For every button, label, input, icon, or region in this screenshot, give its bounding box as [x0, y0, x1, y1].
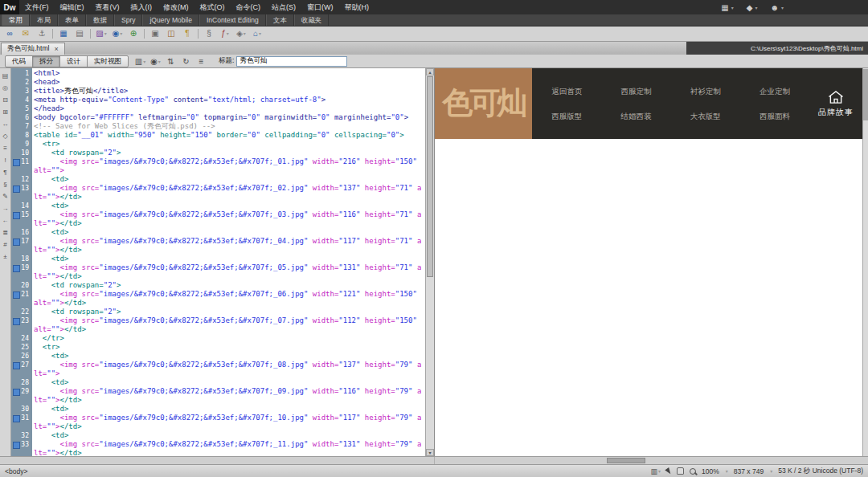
code-line[interactable]: 10 <td rowspan="2"> [11, 149, 425, 157]
close-icon[interactable]: × [54, 45, 58, 53]
code-line[interactable]: 5</head> [11, 104, 425, 113]
menu-item[interactable]: 插入(I) [125, 0, 158, 14]
format-source-code-icon[interactable]: ≣ [1, 227, 10, 238]
menu-item[interactable]: 格式(O) [194, 0, 231, 14]
code-line[interactable]: 8<table id="__01" width="950" height="15… [11, 131, 425, 140]
insert-tab[interactable]: 表单 [58, 14, 86, 26]
menu-item[interactable]: 编辑(E) [55, 0, 90, 14]
code-line[interactable]: 12 <td> [11, 175, 425, 184]
insert-tab[interactable]: 收藏夹 [294, 14, 330, 26]
file-management-icon[interactable]: ⇅ [165, 55, 177, 67]
insert-tab[interactable]: 布局 [30, 14, 58, 26]
code-line[interactable]: 16 <td> [11, 228, 425, 237]
preview-browser-icon[interactable]: ◉▾ [149, 55, 162, 67]
view-button[interactable]: 设计 [59, 55, 88, 67]
code-line[interactable]: 22 <td rowspan="2"> [11, 308, 425, 316]
email-link-icon[interactable]: ✉ [20, 28, 31, 39]
scroll-down-icon[interactable]: ▾ [426, 449, 434, 456]
code-line[interactable]: 32 <td> [11, 431, 425, 440]
menu-item[interactable]: 站点(S) [266, 0, 301, 14]
code-line[interactable]: 14 <td> [11, 202, 425, 210]
view-options-icon[interactable]: ≡ [195, 55, 207, 67]
code-line[interactable]: 25 <tr> [11, 343, 425, 352]
widget-icon[interactable]: ⊕ [128, 28, 139, 39]
site-brand[interactable]: 品牌故事 [809, 68, 862, 139]
multiscreen-icon[interactable]: ▥▾ [134, 55, 146, 67]
script-icon[interactable]: ƒ▾ [219, 28, 231, 39]
design-nav-link[interactable]: 西服版型 [532, 112, 601, 122]
image-icon[interactable]: ▨▾ [96, 28, 107, 39]
view-button[interactable]: 代码 [5, 55, 33, 67]
menu-item[interactable]: 修改(M) [158, 0, 194, 14]
menu-item[interactable]: 帮助(H) [339, 0, 375, 14]
hyperlink-icon[interactable]: ∞ [4, 28, 15, 39]
app-logo[interactable]: Dw [0, 0, 19, 14]
design-scrollbar-thumb[interactable] [863, 69, 868, 120]
recent-snippets-icon[interactable]: # [1, 239, 10, 250]
insert-tab[interactable]: 数据 [86, 14, 114, 26]
code-line[interactable]: 13 <img src="images/&#x79c0;&#x8272;&#x5… [11, 184, 425, 202]
code-line[interactable]: 31 <img src="images/&#x79c0;&#x8272;&#x5… [11, 414, 425, 431]
code-hscroll-area[interactable] [0, 457, 435, 464]
zoom-level[interactable]: 100% [702, 467, 719, 475]
code-scrollbar[interactable]: ▴ ▾ [425, 68, 434, 456]
edit-code-icon[interactable]: ✎ [1, 191, 10, 202]
design-nav-link[interactable]: 结婚西装 [601, 112, 670, 122]
media-icon[interactable]: ◉▾ [112, 28, 123, 39]
code-line[interactable]: 26 <td> [11, 352, 425, 361]
apply-comment-icon[interactable]: ¶ [1, 167, 10, 177]
insert-tab[interactable]: InContext Editing [199, 14, 266, 26]
named-anchor-icon[interactable]: ⚓ [36, 28, 47, 39]
view-button[interactable]: 实时视图 [87, 55, 129, 67]
line-numbers-icon[interactable]: ± [1, 251, 10, 262]
hand-tool-icon[interactable] [677, 467, 684, 475]
design-nav-link[interactable]: 返回首页 [532, 87, 601, 97]
indent-code-icon[interactable]: → [1, 203, 10, 214]
zoom-tool-icon[interactable] [690, 468, 696, 475]
head-icon[interactable]: § [203, 28, 215, 39]
code-line[interactable]: 17 <img src="images/&#x79c0;&#x8272;&#x5… [11, 237, 425, 255]
window-size[interactable]: 837 x 749 [734, 467, 764, 475]
code-line[interactable]: 7<!-- Save for Web Slices (秀色可灿.psd) --> [11, 122, 425, 131]
extensions-icon[interactable]: ◆▾ [747, 3, 758, 12]
code-line[interactable]: 21 <img src="images/&#x79c0;&#x8272;&#x5… [11, 290, 425, 308]
design-nav-link[interactable]: 企业定制 [740, 87, 809, 97]
code-line[interactable]: 27 <img src="images/&#x79c0;&#x8272;&#x5… [11, 361, 425, 378]
comment-icon[interactable]: ¶ [182, 28, 193, 39]
code-line[interactable]: 23 <img src="images/&#x79c0;&#x8272;&#x5… [11, 316, 425, 334]
layout-switcher-icon[interactable]: ▦▾ [721, 3, 733, 12]
code-line[interactable]: 24 </tr> [11, 334, 425, 343]
code-line[interactable]: 30 <td> [11, 405, 425, 414]
design-hscrollbar-thumb[interactable] [607, 458, 645, 463]
code-line[interactable]: 29 <img src="images/&#x79c0;&#x8272;&#x5… [11, 387, 425, 405]
highlight-invalid-code-icon[interactable]: ! [1, 155, 10, 165]
scroll-up-icon[interactable]: ▴ [426, 68, 434, 75]
remove-comment-icon[interactable]: § [1, 179, 10, 190]
design-view[interactable]: 色可灿 返回首页西服定制衬衫定制企业定制 西服版型结婚西装大衣版型西服面料 品牌… [434, 68, 862, 456]
insert-tab[interactable]: 常用 [2, 14, 30, 26]
code-line[interactable]: 4<meta http-equiv="Content-Type" content… [11, 96, 425, 104]
code-line[interactable]: 6<body bgcolor="#FFFFFF" leftmargin="0" … [11, 113, 425, 122]
tag-chooser-icon[interactable]: ⌂▾ [252, 28, 263, 39]
wrap-tag-icon[interactable]: ↔ [1, 119, 10, 129]
design-nav-link[interactable]: 衬衫定制 [671, 87, 740, 97]
title-input[interactable] [236, 56, 347, 67]
insert-tab[interactable]: 文本 [266, 14, 294, 26]
code-line[interactable]: 18 <td> [11, 255, 425, 263]
design-scrollbar[interactable] [862, 68, 868, 456]
design-nav-link[interactable]: 西服定制 [601, 87, 670, 97]
code-view[interactable]: 1<html>2<head>3<title>秀色可灿</title>4<meta… [11, 68, 425, 456]
code-line[interactable]: 20 <td rowspan="2"> [11, 281, 425, 290]
view-button[interactable]: 拆分 [32, 55, 60, 67]
site-logo[interactable]: 色可灿 [435, 68, 532, 139]
pointer-tool-icon[interactable] [665, 467, 673, 475]
insert-div-icon[interactable]: ▤ [74, 28, 85, 39]
date-icon[interactable]: ▣ [149, 28, 161, 39]
open-documents-icon[interactable]: ▤ [1, 71, 10, 81]
menu-item[interactable]: 文件(F) [19, 0, 55, 14]
template-icon[interactable]: ◈▾ [235, 28, 247, 39]
code-line[interactable]: 11 <img src="images/&#x79c0;&#x8272;&#x5… [11, 157, 425, 175]
balance-braces-icon[interactable]: ≡ [1, 143, 10, 153]
expand-all-icon[interactable]: ⊞ [1, 107, 10, 117]
select-parent-tag-icon[interactable]: ◇ [1, 131, 10, 141]
